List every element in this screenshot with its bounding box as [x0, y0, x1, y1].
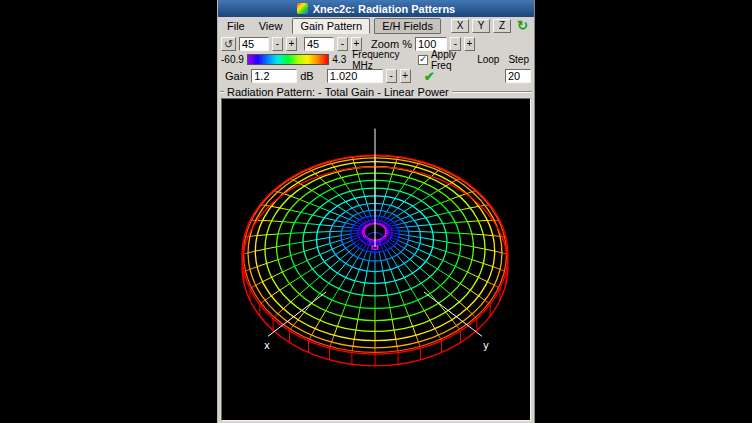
- view-axis-buttons: X Y Z ↻: [451, 19, 531, 33]
- frequency-input[interactable]: [327, 69, 383, 83]
- view-y-button[interactable]: Y: [472, 19, 490, 33]
- frame-line: [220, 91, 224, 93]
- rotate-reset-icon[interactable]: ↺: [221, 37, 236, 51]
- pattern-frame-header: Radiation Pattern: - Total Gain - Linear…: [218, 85, 534, 98]
- gain-colorbar: [247, 54, 330, 65]
- gain-max-db: 4.3: [332, 54, 346, 65]
- gain-label: Gain: [225, 70, 248, 82]
- tab-eh-fields[interactable]: E/H Fields: [374, 18, 441, 34]
- gain-min-db: -60.9: [221, 54, 244, 65]
- app-icon: [297, 3, 308, 14]
- gain-row: Gain dB - + ✔: [218, 67, 534, 85]
- radiation-pattern-canvas[interactable]: xy: [221, 98, 531, 421]
- step-label: Step: [508, 54, 529, 65]
- radiation-patterns-window: Xnec2c: Radiation Patterns File View Gai…: [217, 0, 535, 423]
- apply-freq-checkbox[interactable]: ✓: [418, 55, 428, 65]
- menu-view[interactable]: View: [253, 19, 289, 33]
- scale-row: -60.9 4.3 Frequency MHz ✓ Apply Freq Loo…: [218, 52, 534, 67]
- svg-text:y: y: [483, 340, 489, 351]
- loop-label[interactable]: Loop: [477, 54, 499, 65]
- incline-spin-input[interactable]: [304, 37, 334, 51]
- db-label: dB: [300, 70, 313, 82]
- redraw-icon[interactable]: ↻: [514, 19, 531, 33]
- rotate-plus-button[interactable]: +: [286, 37, 297, 51]
- gain-input[interactable]: [251, 69, 297, 83]
- menu-file[interactable]: File: [221, 19, 251, 33]
- pattern-frame-title: Radiation Pattern: - Total Gain - Linear…: [227, 86, 449, 98]
- view-x-button[interactable]: X: [451, 19, 469, 33]
- window-titlebar[interactable]: Xnec2c: Radiation Patterns: [218, 0, 534, 17]
- view-z-button[interactable]: Z: [493, 19, 511, 33]
- frequency-minus-button[interactable]: -: [386, 69, 397, 83]
- radiation-pattern-svg: xy: [222, 99, 530, 420]
- frequency-plus-button[interactable]: +: [400, 69, 411, 83]
- apply-check-icon[interactable]: ✔: [422, 69, 437, 84]
- rotate-minus-button[interactable]: -: [272, 37, 283, 51]
- menubar: File View Gain Pattern E/H Fields X Y Z …: [218, 17, 534, 35]
- frame-line: [452, 91, 532, 93]
- checkbox-check-icon: ✓: [419, 55, 427, 64]
- tab-gain-pattern[interactable]: Gain Pattern: [292, 18, 370, 34]
- incline-minus-button[interactable]: -: [337, 37, 348, 51]
- window-title: Xnec2c: Radiation Patterns: [313, 3, 455, 15]
- svg-text:x: x: [264, 340, 270, 351]
- freq-steps-input[interactable]: [505, 69, 531, 83]
- rotate-spin-input[interactable]: [239, 37, 269, 51]
